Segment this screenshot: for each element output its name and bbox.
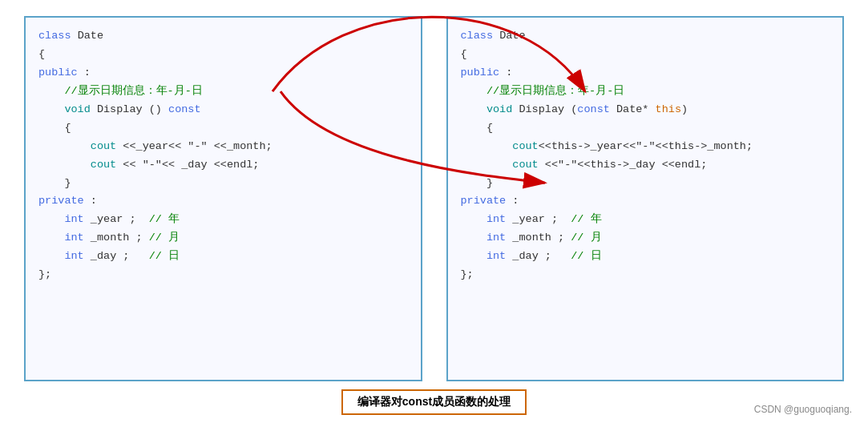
right-line-6: { xyxy=(461,119,830,138)
left-line-13: int _day ; // 日 xyxy=(38,248,408,266)
right-line-5: void Display (const Date* this) xyxy=(461,101,830,119)
left-line-8: cout << "-"<< _day <<endl; xyxy=(38,156,408,175)
right-line-11: int _year ; // 年 xyxy=(461,211,830,229)
left-line-3: public : xyxy=(38,64,408,83)
left-line-11: int _year ; // 年 xyxy=(38,211,408,229)
main-container: class Date { public : //显示日期信息：年-月-日 voi… xyxy=(0,0,868,423)
code-panels: class Date { public : //显示日期信息：年-月-日 voi… xyxy=(24,16,844,381)
caption-box: 编译器对const成员函数的处理 xyxy=(341,389,527,415)
left-line-7: cout <<_year<< "-" <<_month; xyxy=(38,138,408,156)
watermark: CSDN @guoguoqiang. xyxy=(754,404,852,415)
left-line-5: void Display () const xyxy=(38,101,408,119)
right-line-8: cout <<"-"<<this->_day <<endl; xyxy=(461,156,830,175)
right-code-box: class Date { public : //显示日期信息：年-月-日 voi… xyxy=(446,16,845,381)
right-line-10: private : xyxy=(461,192,830,211)
right-line-7: cout<<this->_year<<"-"<<this->_month; xyxy=(461,138,830,156)
left-line-14: }; xyxy=(38,266,408,284)
left-code-box: class Date { public : //显示日期信息：年-月-日 voi… xyxy=(24,16,422,381)
caption-text: 编译器对const成员函数的处理 xyxy=(357,395,511,408)
left-line-12: int _month ; // 月 xyxy=(38,229,408,248)
right-line-3: public : xyxy=(461,64,830,83)
left-line-2: { xyxy=(38,46,408,64)
right-line-13: int _day ; // 日 xyxy=(461,248,830,266)
left-line-10: private : xyxy=(38,192,408,211)
left-line-4: //显示日期信息：年-月-日 xyxy=(38,83,408,101)
right-line-9: } xyxy=(461,175,830,193)
right-line-4: //显示日期信息：年-月-日 xyxy=(461,83,830,101)
left-line-6: { xyxy=(38,119,408,138)
left-line-1: class Date xyxy=(38,27,408,46)
right-line-14: }; xyxy=(461,266,830,284)
right-line-1: class Date xyxy=(461,27,830,46)
right-line-2: { xyxy=(461,46,830,64)
right-line-12: int _month ; // 月 xyxy=(461,229,830,248)
left-line-9: } xyxy=(38,175,408,193)
